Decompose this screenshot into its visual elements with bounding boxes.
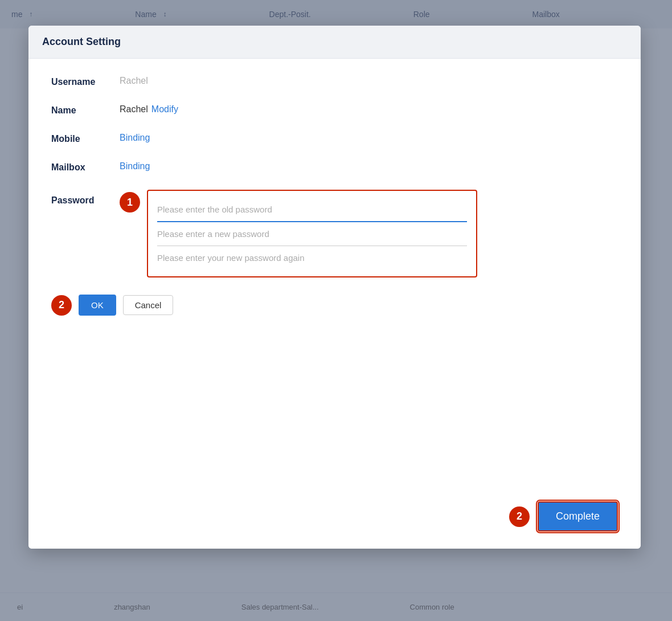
complete-button[interactable]: Complete bbox=[538, 501, 618, 532]
modal-header: Account Setting bbox=[28, 26, 641, 59]
password-label: Password bbox=[51, 190, 120, 206]
name-label: Name bbox=[51, 104, 120, 116]
confirm-password-row bbox=[157, 246, 467, 269]
badge-2-password: 2 bbox=[51, 295, 72, 316]
mailbox-label: Mailbox bbox=[51, 161, 120, 173]
mobile-label: Mobile bbox=[51, 133, 120, 144]
mailbox-binding-link[interactable]: Binding bbox=[120, 161, 150, 171]
modal-title: Account Setting bbox=[42, 36, 121, 47]
username-label: Username bbox=[51, 76, 120, 87]
username-row: Username Rachel bbox=[51, 76, 618, 87]
password-row: Password 1 bbox=[51, 190, 618, 277]
password-section: 1 bbox=[120, 190, 618, 277]
complete-area: 2 Complete bbox=[509, 501, 618, 532]
old-password-row bbox=[157, 198, 467, 222]
old-password-input[interactable] bbox=[157, 202, 467, 216]
confirm-password-input[interactable] bbox=[157, 251, 467, 265]
cancel-button[interactable]: Cancel bbox=[123, 295, 174, 315]
mobile-row: Mobile Binding bbox=[51, 133, 618, 144]
action-row: 2 OK Cancel bbox=[51, 295, 618, 316]
name-value: RachelModify bbox=[120, 104, 178, 115]
mailbox-row: Mailbox Binding bbox=[51, 161, 618, 173]
badge-2-complete: 2 bbox=[509, 506, 530, 527]
new-password-row bbox=[157, 222, 467, 246]
account-setting-modal: Account Setting Username Rachel Name Rac… bbox=[28, 26, 641, 549]
mobile-binding-link[interactable]: Binding bbox=[120, 133, 150, 143]
modal-body: Username Rachel Name RachelModify Mobile… bbox=[28, 59, 641, 549]
name-row: Name RachelModify bbox=[51, 104, 618, 116]
new-password-input[interactable] bbox=[157, 227, 467, 241]
badge-1: 1 bbox=[120, 192, 140, 213]
ok-button[interactable]: OK bbox=[79, 295, 116, 316]
name-modify-link[interactable]: Modify bbox=[151, 104, 178, 115]
username-value: Rachel bbox=[120, 76, 148, 86]
password-box bbox=[147, 190, 477, 277]
